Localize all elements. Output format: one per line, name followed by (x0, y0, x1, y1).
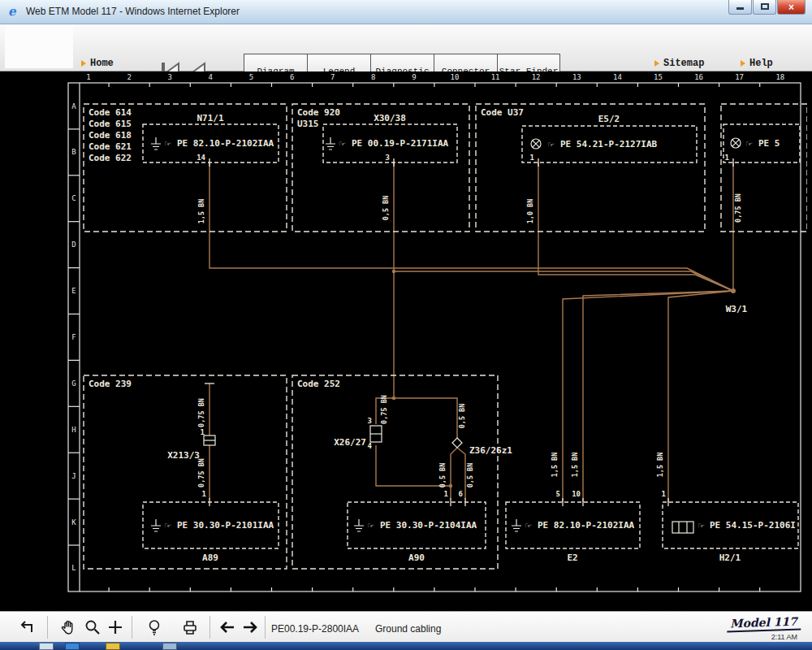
row-label: K (71, 518, 76, 526)
column-label: 11 (491, 73, 500, 81)
tap-label: Z36/26z1 (469, 445, 512, 456)
ground-icon (326, 137, 335, 150)
pe-hand-icon: ☞ (165, 138, 171, 150)
plus-icon (109, 621, 122, 634)
component-label: N71/1 (197, 113, 223, 124)
ground-icon (151, 137, 161, 150)
wire-label: 0,5 BN (438, 463, 447, 488)
column-label: 12 (532, 73, 541, 81)
help-link[interactable]: Help (741, 58, 773, 69)
status-description: Ground cabling (375, 623, 441, 635)
taskbar-icon[interactable] (39, 643, 54, 650)
previous-diagram-button[interactable] (218, 618, 237, 637)
pin-number: 1 (725, 154, 729, 162)
sitemap-link[interactable]: Sitemap (654, 58, 704, 69)
column-label: 9 (412, 73, 416, 81)
taskbar-icon[interactable] (106, 643, 120, 650)
title-bar[interactable]: e Web ETM Model 117 - Windows Internet E… (0, 0, 812, 24)
row-label: F (71, 333, 76, 341)
ground-icon (512, 519, 521, 531)
pe-document-number: PE 00.19-P-2171IAA (352, 138, 449, 149)
ground-icon (151, 519, 161, 531)
pe-document-number: PE 82.10-P-2102IAA (538, 520, 635, 531)
pe-document-number: PE 5 (758, 138, 780, 149)
connector-symbol (370, 426, 382, 442)
wire-label: 1,5 BN (197, 199, 205, 224)
next-diagram-button[interactable] (240, 618, 260, 637)
pin-number: 1 (444, 490, 448, 498)
wire-label: 0,5 BN (382, 196, 390, 221)
windows-taskbar[interactable] (0, 642, 812, 650)
column-label: 6 (290, 73, 294, 81)
sitemap-label: Sitemap (663, 58, 704, 69)
taskbar-icon[interactable] (65, 643, 80, 650)
component-label: E5/2 (598, 114, 620, 124)
reset-view-button[interactable] (16, 618, 36, 637)
row-label: B (71, 148, 76, 156)
hand-icon (62, 621, 71, 634)
orange-arrow-icon (654, 60, 659, 67)
pin-number: 1 (530, 154, 534, 162)
row-label: G (71, 379, 76, 388)
minimize-button[interactable] (728, 0, 752, 15)
connector-label: X26/27 (334, 437, 366, 448)
ground-point-label: W3/1 (726, 304, 748, 314)
column-label: 14 (613, 73, 622, 81)
connector-label: X213/3 (167, 450, 200, 461)
bottom-toolbar: PE00.19-P-2800IAA Ground cabling Model 1… (0, 611, 812, 642)
toolbar-logo-area (5, 26, 73, 68)
taskbar-icon[interactable] (162, 643, 177, 650)
minimize-icon (736, 7, 744, 10)
pe-hand-icon: ☞ (746, 138, 753, 150)
row-ruler: ABCDEFGHJKL (68, 102, 80, 573)
lamp-icon (531, 139, 541, 149)
pan-tool-button[interactable] (58, 618, 78, 637)
home-link[interactable]: Home (81, 58, 114, 69)
diagram-frame: 123456789101112131415161718 ABCDEFGHJKL (68, 73, 801, 592)
wire-label: 0,75 BN (380, 395, 388, 424)
print-button[interactable] (180, 618, 200, 637)
pin-number: 4 (368, 442, 373, 450)
code-label: Code 621 (89, 141, 132, 152)
wire-label: 0,5 BN (466, 463, 474, 488)
code-label: U315 (297, 119, 319, 129)
column-label: 13 (572, 73, 581, 81)
pin-number: 3 (368, 417, 372, 425)
wire-label: 1,0 BN (526, 199, 534, 224)
maximize-button[interactable] (753, 0, 776, 15)
pe-hand-icon: ☞ (525, 520, 532, 531)
wire-label: 0,75 BN (197, 458, 205, 488)
code-label: Code 618 (89, 130, 132, 141)
column-label: 15 (654, 73, 663, 81)
horn-icon (672, 522, 693, 533)
column-label: 2 (127, 73, 131, 81)
column-label: 7 (330, 73, 335, 81)
block-x30-38: Code 920 U315 X30/38 ☞ PE 00.19-P-2171IA… (292, 104, 469, 232)
close-button[interactable]: × (777, 0, 806, 15)
row-label: E (71, 287, 76, 295)
tap-symbol (452, 438, 462, 448)
bulb-icon (153, 630, 156, 635)
home-label: Home (90, 58, 114, 69)
zoom-tool-button[interactable] (83, 618, 102, 637)
pin-number: 1 (202, 490, 206, 498)
column-label: 5 (249, 73, 253, 81)
code-label: Code 239 (89, 379, 132, 389)
unit-label: E2 (567, 552, 577, 563)
browser-window: e Web ETM Model 117 - Windows Internet E… (0, 0, 812, 650)
ground-point (731, 288, 736, 293)
orange-arrow-icon (741, 60, 745, 67)
code-label: Code 252 (297, 379, 340, 389)
reset-view-icon (22, 622, 32, 632)
zoom-in-button[interactable] (106, 618, 125, 637)
highlight-button[interactable] (145, 618, 164, 637)
pin-number: 6 (459, 490, 463, 498)
code-label: Code 622 (89, 153, 132, 163)
row-label: D (71, 240, 76, 249)
connector-symbol (204, 436, 215, 445)
pe-hand-icon: ☞ (368, 520, 374, 531)
column-label: 1 (86, 73, 90, 81)
ie-logo-icon: e (8, 4, 23, 19)
model-117-logo: Model 117 (727, 614, 801, 632)
magnifier-icon (95, 630, 100, 635)
